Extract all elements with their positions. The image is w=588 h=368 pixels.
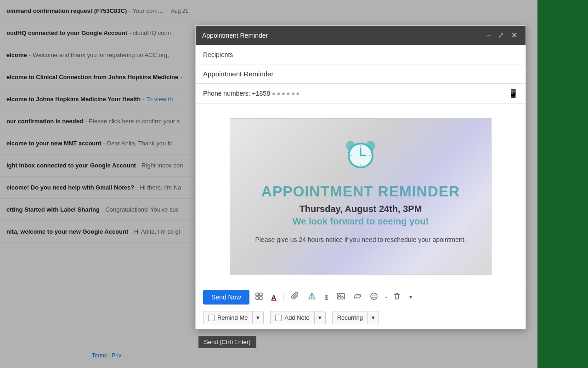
remind-me-checkbox[interactable] xyxy=(208,315,215,321)
recurring-button[interactable]: Recurring xyxy=(332,311,368,324)
emoji-button[interactable] xyxy=(367,290,381,304)
subject-text: Appointment Reminder xyxy=(203,70,273,78)
appointment-banner: APPOINTMENT REMINDER Thursday, August 24… xyxy=(230,118,492,275)
drive-button[interactable] xyxy=(305,290,319,304)
modal-close-button[interactable]: ✕ xyxy=(509,31,519,40)
modal-minimize-button[interactable]: − xyxy=(485,31,492,40)
font-color-button[interactable]: A xyxy=(269,292,279,303)
svg-rect-18 xyxy=(337,293,345,299)
dash-separator: - xyxy=(385,293,388,301)
phone-text: Phone numbers: +1858 ●●●●●● xyxy=(203,90,301,97)
trash-icon xyxy=(393,292,401,302)
phone-icon[interactable]: 📱 xyxy=(508,88,518,98)
svg-point-22 xyxy=(374,295,375,296)
add-note-dropdown[interactable]: ▾ xyxy=(314,311,326,324)
recipients-label: Recipients xyxy=(203,51,233,58)
send-now-button[interactable]: Send Now xyxy=(203,290,249,305)
link-button[interactable] xyxy=(351,290,364,304)
drive-icon xyxy=(308,292,316,302)
add-note-button[interactable]: Add Note xyxy=(270,311,314,324)
svg-rect-14 xyxy=(260,297,262,299)
remind-me-label: Remind Me xyxy=(217,314,248,321)
appointment-title: APPOINTMENT REMINDER xyxy=(261,183,460,200)
money-icon: $ xyxy=(324,293,328,301)
clock-icon xyxy=(340,132,381,176)
action-bar: Remind Me ▾ Add Note ▾ Recurring ▾ xyxy=(196,308,526,329)
recurring-dropdown[interactable]: ▾ xyxy=(368,311,379,324)
chevron-down-icon: ▾ xyxy=(409,294,412,300)
email-toolbar: Send Now A xyxy=(196,286,526,308)
svg-point-21 xyxy=(372,295,373,296)
add-note-dropdown-arrow: ▾ xyxy=(318,314,322,321)
remind-me-dropdown[interactable]: ▾ xyxy=(252,311,264,324)
formatting-icon xyxy=(255,292,263,302)
toolbar-separator-1 xyxy=(283,293,284,302)
recipients-field[interactable]: Recipients xyxy=(196,45,526,64)
money-button[interactable]: $ xyxy=(322,292,331,303)
add-note-checkbox[interactable] xyxy=(275,315,282,321)
appointment-forward: We look forward to seeing you! xyxy=(293,216,429,227)
attachment-icon xyxy=(291,292,300,302)
modal-titlebar: Appointment Reminder − ⤢ ✕ xyxy=(196,26,526,45)
recurring-dropdown-arrow: ▾ xyxy=(372,314,375,321)
subject-field[interactable]: Appointment Reminder xyxy=(196,64,526,84)
formatting-button[interactable] xyxy=(252,290,266,304)
link-icon xyxy=(353,292,362,302)
photo-button[interactable] xyxy=(334,290,348,304)
add-note-label: Add Note xyxy=(284,314,309,321)
recurring-label: Recurring xyxy=(337,314,363,321)
font-color-icon: A xyxy=(271,293,277,301)
appointment-reminder-modal: Appointment Reminder − ⤢ ✕ Recipients Ap… xyxy=(195,25,526,329)
svg-rect-12 xyxy=(260,293,262,296)
svg-point-20 xyxy=(371,293,377,299)
emoji-icon xyxy=(370,292,378,302)
attachment-button[interactable] xyxy=(288,290,302,304)
remind-me-dropdown-arrow: ▾ xyxy=(256,314,260,321)
phone-field[interactable]: Phone numbers: +1858 ●●●●●● 📱 xyxy=(196,84,526,104)
modal-title: Appointment Reminder xyxy=(202,32,268,39)
phone-blurred: ●●●●●● xyxy=(272,90,301,97)
svg-rect-13 xyxy=(256,297,259,299)
send-tooltip: Send (Ctrl+Enter) xyxy=(198,336,256,348)
photo-icon xyxy=(337,292,345,302)
appointment-date: Thursday, August 24th, 3PM xyxy=(300,204,422,214)
more-options-button[interactable]: ▾ xyxy=(407,292,415,302)
delete-button[interactable] xyxy=(390,290,404,304)
modal-maximize-button[interactable]: ⤢ xyxy=(496,31,506,40)
svg-rect-11 xyxy=(256,293,259,296)
modal-controls: − ⤢ ✕ xyxy=(485,31,519,40)
email-body: APPOINTMENT REMINDER Thursday, August 24… xyxy=(196,104,526,286)
appointment-notice: Please give us 24 hours notice if you ne… xyxy=(255,236,466,243)
remind-me-button[interactable]: Remind Me xyxy=(203,311,252,324)
